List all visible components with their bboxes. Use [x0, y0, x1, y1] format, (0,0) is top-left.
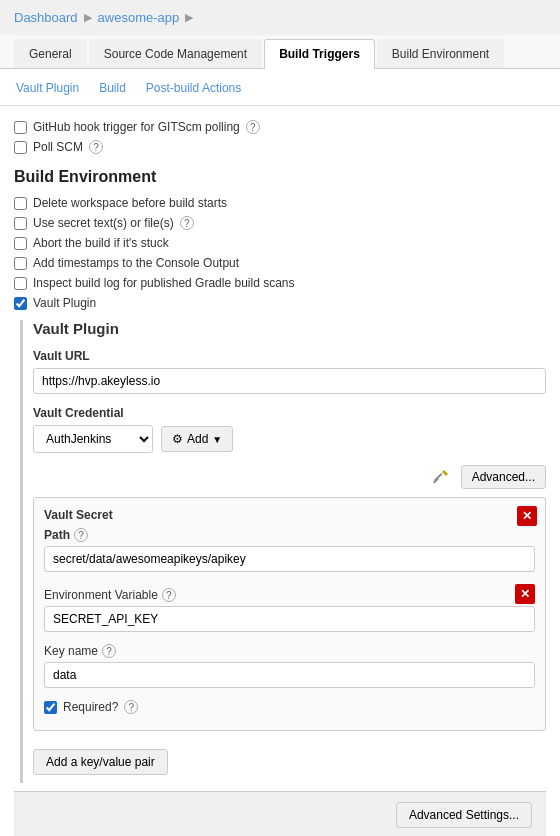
vault-url-input[interactable]	[33, 368, 546, 394]
vault-path-input[interactable]	[44, 546, 535, 572]
build-environment-title: Build Environment	[14, 168, 546, 186]
checkbox-row-1: Use secret text(s) or file(s) ?	[14, 216, 546, 230]
subtab-vault-plugin[interactable]: Vault Plugin	[14, 77, 81, 105]
vault-secret-remove-button[interactable]: ✕	[517, 506, 537, 526]
vault-path-label: Path ?	[44, 528, 535, 542]
poll-scm-help-icon[interactable]: ?	[89, 140, 103, 154]
add-dropdown-arrow: ▼	[212, 434, 222, 445]
checkbox-label-1: Use secret text(s) or file(s)	[33, 216, 174, 230]
tab-scm[interactable]: Source Code Management	[89, 39, 262, 68]
github-hook-label: GitHub hook trigger for GITScm polling	[33, 120, 240, 134]
subtab-post-build[interactable]: Post-build Actions	[144, 77, 243, 105]
advanced-settings-button[interactable]: Advanced Settings...	[396, 802, 532, 828]
poll-scm-checkbox[interactable]	[14, 141, 27, 154]
tab-build-triggers[interactable]: Build Triggers	[264, 39, 375, 69]
key-name-label: Key name ?	[44, 644, 535, 658]
checkbox-delete-workspace[interactable]	[14, 197, 27, 210]
env-var-help-icon[interactable]: ?	[162, 588, 176, 602]
tab-build-environment[interactable]: Build Environment	[377, 39, 504, 68]
required-help-icon[interactable]: ?	[124, 700, 138, 714]
add-credential-label: Add	[187, 432, 208, 446]
content-area: GitHub hook trigger for GITScm polling ?…	[0, 106, 560, 836]
github-hook-help-icon[interactable]: ?	[246, 120, 260, 134]
checkbox-label-5: Vault Plugin	[33, 296, 96, 310]
checkbox-label-3: Add timestamps to the Console Output	[33, 256, 239, 270]
env-var-input[interactable]	[44, 606, 535, 632]
checkbox-row-2: Abort the build if it's stuck	[14, 236, 546, 250]
edit-icon[interactable]	[429, 465, 453, 489]
checkbox-vault-plugin[interactable]	[14, 297, 27, 310]
sub-tabs: Vault Plugin Build Post-build Actions	[0, 69, 560, 106]
main-tabs: General Source Code Management Build Tri…	[0, 35, 560, 69]
required-checkbox[interactable]	[44, 701, 57, 714]
checkbox-row-4: Inspect build log for published Gradle b…	[14, 276, 546, 290]
key-name-group: Key name ?	[44, 644, 535, 688]
checkbox-abort-build[interactable]	[14, 237, 27, 250]
checkbox-gradle-scans[interactable]	[14, 277, 27, 290]
subtab-build[interactable]: Build	[97, 77, 128, 105]
env-var-remove-button[interactable]: ✕	[515, 584, 535, 604]
github-hook-row: GitHub hook trigger for GITScm polling ?	[14, 120, 546, 134]
env-var-label: Environment Variable ?	[44, 588, 535, 602]
key-name-input[interactable]	[44, 662, 535, 688]
breadcrumb-app[interactable]: awesome-app	[98, 10, 180, 25]
github-hook-checkbox[interactable]	[14, 121, 27, 134]
env-var-group: Environment Variable ?	[44, 588, 535, 632]
checkbox-row-5: Vault Plugin	[14, 296, 546, 310]
advanced-row: Advanced...	[33, 465, 546, 489]
poll-scm-row: Poll SCM ?	[14, 140, 546, 154]
svg-marker-1	[442, 470, 448, 476]
vault-path-group: Path ?	[44, 528, 535, 572]
checkbox-row-3: Add timestamps to the Console Output	[14, 256, 546, 270]
vault-plugin-section: Vault Plugin Vault URL Vault Credential …	[20, 320, 546, 783]
add-credential-icon: ⚙	[172, 432, 183, 446]
footer-bar: Advanced Settings...	[14, 791, 546, 836]
poll-scm-label: Poll SCM	[33, 140, 83, 154]
secret-text-help-icon[interactable]: ?	[180, 216, 194, 230]
vault-credential-select[interactable]: AuthJenkins	[33, 425, 153, 453]
vault-url-group: Vault URL	[33, 349, 546, 394]
path-help-icon[interactable]: ?	[74, 528, 88, 542]
required-row: Required? ?	[44, 700, 535, 714]
checkbox-timestamps[interactable]	[14, 257, 27, 270]
add-key-value-row: Add a key/value pair	[33, 741, 546, 783]
breadcrumb-dashboard[interactable]: Dashboard	[14, 10, 78, 25]
breadcrumb-sep1: ▶	[84, 11, 92, 24]
breadcrumb-sep2: ▶	[185, 11, 193, 24]
add-credential-button[interactable]: ⚙ Add ▼	[161, 426, 233, 452]
required-label: Required?	[63, 700, 118, 714]
vault-secret-box: ✕ Vault Secret Path ? ✕ Environment Vari…	[33, 497, 546, 731]
advanced-button[interactable]: Advanced...	[461, 465, 546, 489]
checkbox-label-0: Delete workspace before build starts	[33, 196, 227, 210]
vault-plugin-title: Vault Plugin	[33, 320, 546, 337]
vault-secret-header: Vault Secret	[44, 508, 535, 522]
vault-credential-label: Vault Credential	[33, 406, 546, 420]
vault-credential-group: Vault Credential AuthJenkins ⚙ Add ▼	[33, 406, 546, 453]
vault-url-label: Vault URL	[33, 349, 546, 363]
tab-general[interactable]: General	[14, 39, 87, 68]
checkbox-label-4: Inspect build log for published Gradle b…	[33, 276, 295, 290]
breadcrumb: Dashboard ▶ awesome-app ▶	[0, 0, 560, 35]
add-key-value-button[interactable]: Add a key/value pair	[33, 749, 168, 775]
checkbox-row-0: Delete workspace before build starts	[14, 196, 546, 210]
checkbox-label-2: Abort the build if it's stuck	[33, 236, 169, 250]
checkbox-secret-text[interactable]	[14, 217, 27, 230]
credential-row: AuthJenkins ⚙ Add ▼	[33, 425, 546, 453]
env-var-section: ✕ Environment Variable ? Key name ?	[44, 584, 535, 714]
key-name-help-icon[interactable]: ?	[102, 644, 116, 658]
